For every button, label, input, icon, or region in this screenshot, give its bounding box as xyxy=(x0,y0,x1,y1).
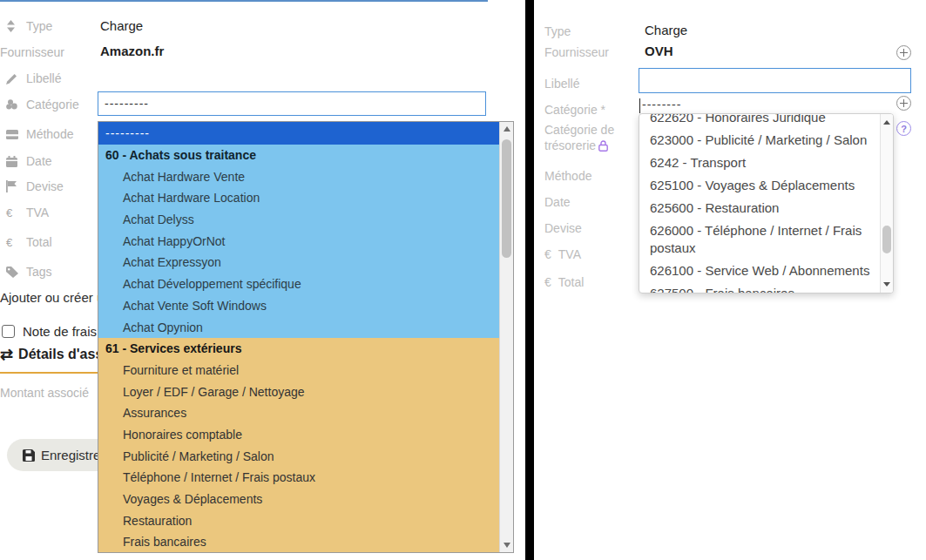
right-form-panel: Type Fournisseur Libellé Catégorie * Cat… xyxy=(534,0,926,560)
right-dropdown-list: 622620 - Honoraires Juridique623000 - Pu… xyxy=(639,113,880,293)
dropdown-option[interactable]: Loyer / EDF / Garage / Nettoyage xyxy=(98,381,499,403)
save-label: Enregistre xyxy=(41,448,100,462)
field-categorie: Catégorie * xyxy=(544,103,605,117)
scroll-up-icon[interactable] xyxy=(500,122,513,136)
dropdown-option[interactable]: Achat Expressyon xyxy=(98,252,499,273)
field-type: Type xyxy=(0,19,52,33)
dropdown-scrollbar[interactable] xyxy=(880,114,893,293)
add-fournisseur-button[interactable] xyxy=(896,45,911,60)
field-libelle: Libellé xyxy=(0,71,61,85)
scroll-down-icon[interactable] xyxy=(881,278,893,291)
top-accent-line xyxy=(0,0,488,2)
dropdown-option[interactable]: Voyages & Déplacements xyxy=(98,489,499,510)
flag-icon xyxy=(0,180,26,192)
dropdown-option[interactable]: Frais bancaires xyxy=(98,531,499,552)
dropdown-option[interactable]: Achat Delyss xyxy=(98,209,499,231)
field-label: Total xyxy=(26,235,52,249)
category-combobox-value[interactable]: -------- xyxy=(642,98,681,111)
calendar-icon xyxy=(0,156,26,167)
tag-icon xyxy=(0,267,26,278)
field-label: Fournisseur xyxy=(0,45,64,59)
dropdown-option[interactable]: 622620 - Honoraires Juridique xyxy=(639,113,880,129)
dropdown-option[interactable]: Fourniture et matériel xyxy=(98,360,499,381)
scrollbar-thumb[interactable] xyxy=(882,226,891,253)
category-icon xyxy=(0,99,26,110)
note-de-frais-label: Note de frais xyxy=(23,324,97,339)
dropdown-option[interactable]: Achat Développement spécifique xyxy=(98,273,499,295)
category-dropdown: ---------60 - Achats sous traitanceAchat… xyxy=(98,121,514,553)
dropdown-option[interactable]: Honoraires comptable xyxy=(98,424,499,446)
note-de-frais-row[interactable]: Note de frais xyxy=(2,324,97,339)
field-libelle: Libellé xyxy=(544,77,579,91)
lock-icon xyxy=(598,140,608,152)
field-devise: Devise xyxy=(544,221,582,235)
dropdown-group-header[interactable]: 61 - Services extérieurs xyxy=(98,338,499,360)
screen: Type Fournisseur Libellé Catégorie Métho… xyxy=(0,0,926,560)
field-tva: €TVA xyxy=(544,247,581,261)
left-form-panel: Type Fournisseur Libellé Catégorie Métho… xyxy=(0,0,525,560)
help-icon[interactable]: ? xyxy=(896,121,911,136)
dropdown-option[interactable]: 623000 - Publicité / Marketing / Salon xyxy=(639,129,880,152)
dropdown-option[interactable]: Restauration xyxy=(98,510,499,532)
field-total: €Total xyxy=(544,275,584,289)
dropdown-option[interactable]: Assurances xyxy=(98,402,499,424)
dropdown-option[interactable]: --------- xyxy=(98,122,499,145)
dropdown-option[interactable]: Téléphone / Internet / Frais postaux xyxy=(98,467,499,489)
dropdown-option[interactable]: Achat Opynion xyxy=(98,317,499,339)
dropdown-scrollbar[interactable] xyxy=(499,122,513,552)
dropdown-option[interactable]: Publicité / Marketing / Salon xyxy=(98,446,499,468)
montant-associe-label: Montant associé xyxy=(0,386,89,400)
field-categorie-tresorerie: Catégorie de trésorerie xyxy=(544,122,632,153)
dropdown-option[interactable]: 6242 - Transport xyxy=(639,152,880,174)
text-cursor xyxy=(639,98,640,113)
field-label: TVA xyxy=(26,206,49,219)
pencil-icon xyxy=(0,73,26,84)
fournisseur-value[interactable]: Amazon.fr xyxy=(100,44,164,58)
type-value: Charge xyxy=(645,23,687,37)
field-date: Date xyxy=(544,195,571,209)
dropdown-option[interactable]: 627500 - Frais bancaires xyxy=(639,282,880,293)
category-dropdown-list: ---------60 - Achats sous traitanceAchat… xyxy=(98,122,499,552)
field-label: Méthode xyxy=(26,127,73,141)
euro-icon: € xyxy=(0,236,26,249)
dropdown-option[interactable]: Achat Vente Soft Windows xyxy=(98,295,499,317)
scroll-up-icon[interactable] xyxy=(881,116,893,129)
field-date: Date xyxy=(0,154,52,168)
card-icon xyxy=(0,130,26,139)
euro-icon: € xyxy=(544,275,551,289)
dropdown-option[interactable]: Achat HappyOrNot xyxy=(98,231,499,253)
save-icon xyxy=(23,449,35,462)
dropdown-option[interactable]: 625100 - Voyages & Déplacements xyxy=(639,174,880,197)
field-tags: Tags xyxy=(0,265,52,279)
field-categorie: Catégorie xyxy=(0,98,79,111)
field-label: Date xyxy=(26,154,52,168)
dropdown-option[interactable]: 625600 - Restauration xyxy=(639,197,880,219)
details-underline xyxy=(0,372,98,374)
note-de-frais-checkbox[interactable] xyxy=(2,325,15,338)
sort-icon xyxy=(0,20,26,32)
details-association-header: ⇄ Détails d'asso xyxy=(0,345,112,364)
dropdown-option[interactable]: Achat Hardware Vente xyxy=(98,166,499,188)
dropdown-group-header[interactable]: 60 - Achats sous traitance xyxy=(98,145,499,166)
category-select[interactable]: --------- xyxy=(98,91,486,116)
add-or-create-tag-link[interactable]: Ajouter ou créer u xyxy=(0,290,104,305)
field-label: Type xyxy=(26,19,52,33)
scrollbar-thumb[interactable] xyxy=(502,139,511,258)
field-fournisseur: Fournisseur xyxy=(544,45,609,59)
field-label: Libellé xyxy=(26,71,61,85)
field-type: Type xyxy=(544,24,571,38)
field-label: Tags xyxy=(26,265,52,279)
scroll-down-icon[interactable] xyxy=(500,538,513,552)
add-categorie-button[interactable] xyxy=(896,96,911,111)
libelle-input[interactable] xyxy=(639,68,911,93)
dropdown-option[interactable]: Achat Hardware Location xyxy=(98,187,499,209)
fournisseur-value[interactable]: OVH xyxy=(645,44,673,58)
dropdown-option[interactable]: 626100 - Service Web / Abonnements xyxy=(639,260,880,282)
field-fournisseur: Fournisseur xyxy=(0,45,64,59)
field-total: € Total xyxy=(0,235,52,249)
field-label: Devise xyxy=(26,179,64,193)
euro-icon: € xyxy=(544,247,551,261)
field-label: Catégorie xyxy=(26,98,79,111)
dropdown-option[interactable]: 626000 - Téléphone / Internet / Frais po… xyxy=(639,219,880,260)
panel-divider xyxy=(525,0,534,560)
